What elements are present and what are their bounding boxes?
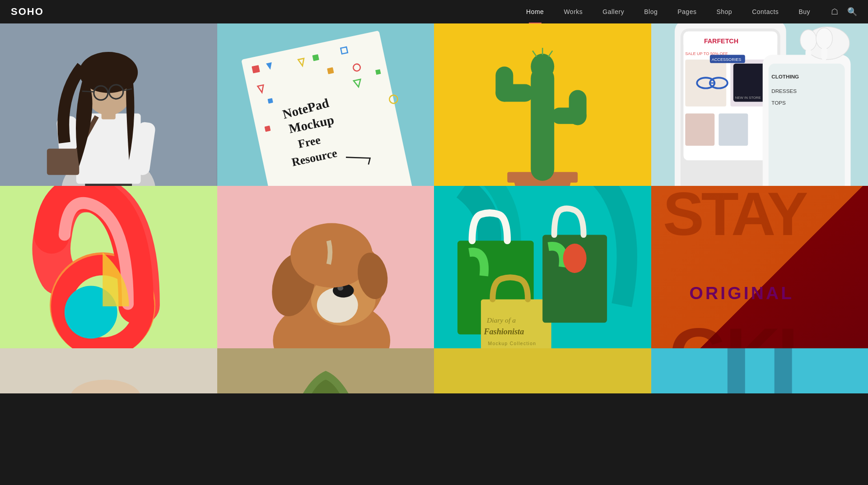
svg-rect-66 [685,113,714,145]
svg-rect-20 [312,54,319,61]
gallery-item-1[interactable] [0,23,217,186]
partial-2-illustration [217,348,434,393]
svg-rect-34 [375,69,381,74]
svg-rect-18 [252,65,260,73]
nav-link-pages[interactable]: Pages [667,8,706,15]
svg-rect-32 [264,125,271,132]
nav-link-buy[interactable]: Buy [789,8,820,15]
gallery-item-8[interactable]: STAY ORIGINAL GKI [651,186,868,348]
cactus-illustration [434,23,651,186]
svg-text:ACCESSORIES: ACCESSORIES [711,57,741,62]
nav-link-contacts[interactable]: Contacts [742,8,789,15]
gallery-grid: NotePad Mockup Free Resource [0,23,868,348]
svg-line-14 [82,91,94,92]
nav-links: Home Works Gallery Blog Pages Shop Conta… [516,8,820,16]
svg-rect-40 [531,67,554,181]
search-icon[interactable]: 🔍 [847,7,857,17]
gallery-grid-partial-row [0,348,868,393]
svg-text:Diary of a: Diary of a [486,316,516,324]
stay-original-illustration: STAY ORIGINAL GKI [651,186,868,348]
svg-text:TOPS: TOPS [771,100,786,106]
svg-text:NEW IN STORE: NEW IN STORE [735,96,761,100]
nav-link-gallery[interactable]: Gallery [593,8,634,15]
gallery-item-3[interactable] [434,23,651,186]
nav-item-contacts[interactable]: Contacts [742,8,789,16]
nav-icons: ☖ 🔍 [831,7,857,17]
nav-link-shop[interactable]: Shop [706,8,742,15]
woman-illustration [0,23,217,186]
nav-link-blog[interactable]: Blog [634,8,667,15]
gallery-item-6[interactable] [217,186,434,348]
svg-point-114 [563,244,587,273]
gallery-item-5[interactable] [0,186,217,348]
svg-rect-26 [267,98,273,103]
svg-rect-76 [805,49,811,62]
svg-text:Fashionista: Fashionista [483,327,524,336]
nav-item-gallery[interactable]: Gallery [593,8,634,16]
partial-3-illustration [434,348,651,393]
svg-text:STAY: STAY [663,186,807,248]
svg-rect-70 [768,64,845,186]
svg-rect-42 [495,67,513,102]
nav-item-buy[interactable]: Buy [789,8,820,16]
svg-rect-123 [651,348,868,393]
nav-item-blog[interactable]: Blog [634,8,667,16]
svg-text:FARFETCH: FARFETCH [704,37,738,45]
svg-text:Mockup Collection: Mockup Collection [488,341,536,346]
navbar: SOHO Home Works Gallery Blog Pages Shop … [0,0,868,23]
nav-item-pages[interactable]: Pages [667,8,706,16]
svg-text:ORIGINAL: ORIGINAL [689,283,794,303]
logo[interactable]: SOHO [11,6,44,18]
cart-icon[interactable]: ☖ [831,7,838,17]
svg-point-77 [816,28,832,49]
svg-rect-44 [569,90,587,125]
phones-illustration: FARFETCH SALE UP TO 50% OFF ACCESSORIES … [651,23,868,186]
gallery-partial-item-4[interactable] [651,348,868,393]
nav-link-home[interactable]: Home [516,8,554,15]
number6-illustration [0,186,217,348]
partial-4-illustration [651,348,868,393]
nav-item-home[interactable]: Home [516,8,554,16]
nav-link-works[interactable]: Works [554,8,593,15]
gallery-partial-item-1[interactable] [0,348,217,393]
svg-rect-124 [727,348,745,393]
svg-rect-125 [774,348,792,393]
gallery-item-4[interactable]: FARFETCH SALE UP TO 50% OFF ACCESSORIES … [651,23,868,186]
svg-rect-122 [434,348,651,393]
svg-text:CLOTHING: CLOTHING [771,74,799,79]
dog-illustration [217,186,434,348]
partial-1-illustration [0,348,217,393]
gallery-partial-item-2[interactable] [217,348,434,393]
svg-rect-67 [719,113,748,145]
gallery-item-7[interactable]: Diary of a Fashionista Mockup Collection [434,186,651,348]
gallery-partial-item-3[interactable] [434,348,651,393]
nav-item-works[interactable]: Works [554,8,593,16]
bags-illustration: Diary of a Fashionista Mockup Collection [434,186,651,348]
svg-text:GKI: GKI [668,312,795,348]
svg-rect-24 [327,67,334,74]
svg-rect-78 [821,47,827,60]
svg-point-75 [800,30,816,51]
notepad-illustration: NotePad Mockup Free Resource [217,23,434,186]
svg-rect-57 [685,60,726,106]
gallery-item-2[interactable]: NotePad Mockup Free Resource [217,23,434,186]
nav-item-shop[interactable]: Shop [706,8,742,16]
svg-point-45 [531,54,554,79]
svg-text:DRESSES: DRESSES [771,88,797,94]
svg-rect-7 [47,148,79,175]
